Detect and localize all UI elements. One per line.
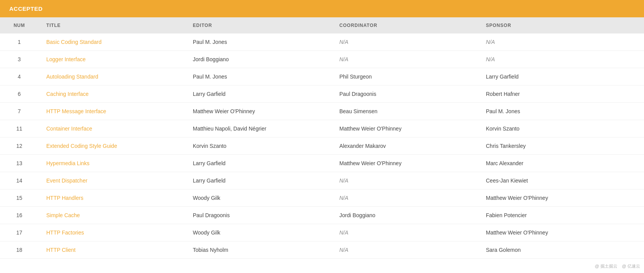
- accepted-section: ACCEPTED NUM TITLE EDITOR COORDINATOR SP…: [0, 0, 644, 273]
- title-link[interactable]: HTTP Handlers: [46, 195, 83, 201]
- table-body: 1Basic Coding StandardPaul M. JonesN/AN/…: [0, 33, 644, 259]
- cell-sponsor: Korvin Szanto: [478, 120, 644, 137]
- col-sponsor: SPONSOR: [478, 17, 644, 33]
- table-row: 17HTTP FactoriesWoody GilkN/AMatthew Wei…: [0, 224, 644, 241]
- table-row: 4Autoloading StandardPaul M. JonesPhil S…: [0, 68, 644, 85]
- cell-title[interactable]: Basic Coding Standard: [39, 33, 185, 51]
- cell-editor: Paul Dragoonis: [185, 207, 332, 224]
- cell-num: 13: [0, 155, 39, 172]
- cell-coordinator: N/A: [332, 33, 478, 51]
- cell-coordinator: N/A: [332, 51, 478, 68]
- table-row: 18HTTP ClientTobias NyholmN/ASara Golemo…: [0, 241, 644, 259]
- cell-editor: Jordi Boggiano: [185, 51, 332, 68]
- cell-num: 17: [0, 224, 39, 241]
- cell-sponsor: N/A: [478, 51, 644, 68]
- cell-title[interactable]: Hypermedia Links: [39, 155, 185, 172]
- title-link[interactable]: Autoloading Standard: [46, 74, 98, 80]
- cell-editor: Larry Garfield: [185, 172, 332, 189]
- cell-title[interactable]: Autoloading Standard: [39, 68, 185, 85]
- table-row: 15HTTP HandlersWoody GilkN/AMatthew Weie…: [0, 189, 644, 207]
- cell-coordinator: Matthew Weier O'Phinney: [332, 120, 478, 137]
- cell-title[interactable]: HTTP Client: [39, 241, 185, 259]
- table-header: NUM TITLE EDITOR COORDINATOR SPONSOR: [0, 17, 644, 33]
- cell-title[interactable]: Container Interface: [39, 120, 185, 137]
- cell-editor: Paul M. Jones: [185, 33, 332, 51]
- cell-coordinator: Matthew Weier O'Phinney: [332, 155, 478, 172]
- cell-num: 14: [0, 172, 39, 189]
- title-link[interactable]: Basic Coding Standard: [46, 39, 101, 45]
- cell-num: 11: [0, 120, 39, 137]
- cell-title[interactable]: HTTP Message Interface: [39, 103, 185, 120]
- cell-sponsor: Matthew Weier O'Phinney: [478, 224, 644, 241]
- title-link[interactable]: Logger Interface: [46, 56, 86, 62]
- cell-coordinator: N/A: [332, 172, 478, 189]
- cell-title[interactable]: Logger Interface: [39, 51, 185, 68]
- title-link[interactable]: Container Interface: [46, 126, 92, 132]
- cell-coordinator: N/A: [332, 189, 478, 207]
- cell-sponsor: Sara Golemon: [478, 241, 644, 259]
- table-row: 13Hypermedia LinksLarry GarfieldMatthew …: [0, 155, 644, 172]
- cell-num: 3: [0, 51, 39, 68]
- cell-title[interactable]: HTTP Factories: [39, 224, 185, 241]
- table-row: 16Simple CachePaul DragoonisJordi Boggia…: [0, 207, 644, 224]
- cell-editor: Woody Gilk: [185, 224, 332, 241]
- title-link[interactable]: HTTP Client: [46, 247, 76, 253]
- cell-coordinator: Jordi Boggiano: [332, 207, 478, 224]
- cell-coordinator: Alexander Makarov: [332, 137, 478, 155]
- cell-coordinator: Paul Dragoonis: [332, 85, 478, 103]
- cell-num: 12: [0, 137, 39, 155]
- cell-sponsor: Marc Alexander: [478, 155, 644, 172]
- watermark: @ 掘土掘云 @ 亿速云: [595, 263, 640, 269]
- table-row: 12Extended Coding Style GuideKorvin Szan…: [0, 137, 644, 155]
- cell-sponsor: Larry Garfield: [478, 68, 644, 85]
- cell-title[interactable]: Extended Coding Style Guide: [39, 137, 185, 155]
- cell-sponsor: Robert Hafner: [478, 85, 644, 103]
- cell-num: 4: [0, 68, 39, 85]
- cell-editor: Larry Garfield: [185, 85, 332, 103]
- cell-sponsor: Chris Tankersley: [478, 137, 644, 155]
- table-row: 14Event DispatcherLarry GarfieldN/ACees-…: [0, 172, 644, 189]
- table-row: 7HTTP Message InterfaceMatthew Weier O'P…: [0, 103, 644, 120]
- cell-sponsor: Cees-Jan Kiewiet: [478, 172, 644, 189]
- table-row: 1Basic Coding StandardPaul M. JonesN/AN/…: [0, 33, 644, 51]
- table-row: 11Container InterfaceMatthieu Napoli, Da…: [0, 120, 644, 137]
- title-link[interactable]: HTTP Message Interface: [46, 108, 106, 114]
- cell-editor: Larry Garfield: [185, 155, 332, 172]
- cell-editor: Korvin Szanto: [185, 137, 332, 155]
- title-link[interactable]: Event Dispatcher: [46, 178, 88, 184]
- cell-sponsor: Matthew Weier O'Phinney: [478, 189, 644, 207]
- cell-coordinator: Beau Simensen: [332, 103, 478, 120]
- cell-sponsor: Fabien Potencier: [478, 207, 644, 224]
- cell-sponsor: N/A: [478, 33, 644, 51]
- cell-editor: Paul M. Jones: [185, 68, 332, 85]
- cell-num: 1: [0, 33, 39, 51]
- table-row: 3Logger InterfaceJordi BoggianoN/AN/A: [0, 51, 644, 68]
- cell-coordinator: N/A: [332, 224, 478, 241]
- accepted-table: NUM TITLE EDITOR COORDINATOR SPONSOR 1Ba…: [0, 17, 644, 259]
- cell-num: 7: [0, 103, 39, 120]
- cell-editor: Woody Gilk: [185, 189, 332, 207]
- col-coordinator: COORDINATOR: [332, 17, 478, 33]
- title-link[interactable]: Extended Coding Style Guide: [46, 143, 117, 149]
- title-link[interactable]: Simple Cache: [46, 212, 80, 218]
- col-editor: EDITOR: [185, 17, 332, 33]
- cell-editor: Tobias Nyholm: [185, 241, 332, 259]
- title-link[interactable]: HTTP Factories: [46, 229, 84, 236]
- cell-title[interactable]: Event Dispatcher: [39, 172, 185, 189]
- cell-num: 15: [0, 189, 39, 207]
- cell-title[interactable]: Simple Cache: [39, 207, 185, 224]
- cell-editor: Matthew Weier O'Phinney: [185, 103, 332, 120]
- watermark-right: @ 亿速云: [622, 263, 640, 269]
- cell-editor: Matthieu Napoli, David Négrier: [185, 120, 332, 137]
- table-row: 6Caching InterfaceLarry GarfieldPaul Dra…: [0, 85, 644, 103]
- cell-title[interactable]: Caching Interface: [39, 85, 185, 103]
- cell-title[interactable]: HTTP Handlers: [39, 189, 185, 207]
- title-link[interactable]: Caching Interface: [46, 91, 89, 97]
- col-title: TITLE: [39, 17, 185, 33]
- cell-num: 16: [0, 207, 39, 224]
- section-header: ACCEPTED: [0, 0, 644, 17]
- cell-num: 18: [0, 241, 39, 259]
- watermark-left: @ 掘土掘云: [595, 263, 617, 269]
- cell-coordinator: N/A: [332, 241, 478, 259]
- title-link[interactable]: Hypermedia Links: [46, 160, 89, 166]
